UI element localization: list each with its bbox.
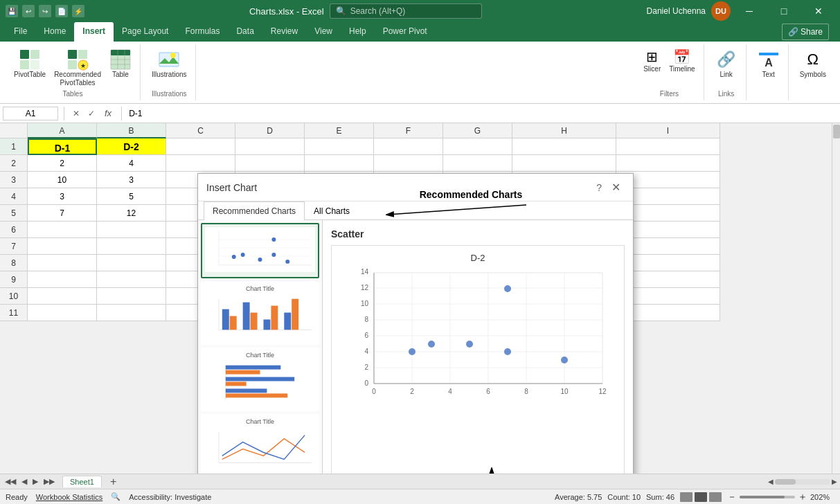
cell-b7[interactable]: [97, 238, 166, 255]
cell-a11[interactable]: [28, 305, 97, 321]
cell-a5[interactable]: 7: [28, 205, 97, 222]
col-header-a[interactable]: A: [28, 123, 97, 138]
cell-b11[interactable]: [97, 305, 166, 321]
cell-e2[interactable]: [305, 155, 374, 172]
cell-b3[interactable]: 3: [97, 172, 166, 188]
cell-c2[interactable]: [166, 155, 235, 172]
cell-d1[interactable]: [235, 138, 305, 155]
cell-b10[interactable]: [97, 288, 166, 305]
accessibility-text[interactable]: Accessibility: Investigate: [129, 493, 211, 501]
illustrations-button[interactable]: Illustrations: [149, 47, 190, 80]
page-layout-view-icon[interactable]: [695, 492, 707, 502]
cell-a8[interactable]: [28, 255, 97, 271]
tab-review[interactable]: Review: [262, 22, 306, 42]
workbook-statistics[interactable]: Workbook Statistics: [36, 493, 102, 501]
chart-list-item-scatter[interactable]: [201, 223, 319, 278]
page-break-view-icon[interactable]: [709, 492, 722, 502]
row-header-4[interactable]: 4: [0, 188, 28, 205]
close-button[interactable]: ✕: [803, 0, 834, 22]
scroll-right-icon[interactable]: ▶: [832, 478, 837, 485]
sheet-prev-icon[interactable]: ◀: [19, 477, 29, 486]
cell-c1[interactable]: [166, 138, 235, 155]
cell-a1[interactable]: D-1: [28, 138, 97, 155]
sheet-next-icon[interactable]: ▶: [30, 477, 40, 486]
cell-b4[interactable]: 5: [97, 188, 166, 205]
search-box[interactable]: 🔍: [330, 3, 482, 19]
col-header-d[interactable]: D: [235, 123, 305, 138]
cell-b5[interactable]: 12: [97, 205, 166, 222]
row-header-2[interactable]: 2: [0, 155, 28, 172]
maximize-button[interactable]: □: [768, 0, 800, 22]
cell-a10[interactable]: [28, 288, 97, 305]
cell-a4[interactable]: 3: [28, 188, 97, 205]
recommended-pivot-button[interactable]: ★ RecommendedPivotTables: [51, 47, 104, 89]
cell-b8[interactable]: [97, 255, 166, 271]
chart-list-item-line[interactable]: Chart Title: [201, 414, 319, 474]
text-button[interactable]: A Text: [755, 47, 783, 80]
row-header-1[interactable]: 1: [0, 138, 28, 155]
add-sheet-button[interactable]: +: [105, 476, 122, 488]
scrollbar-thumb-h[interactable]: [775, 479, 796, 485]
link-button[interactable]: 🔗 Link: [713, 47, 740, 80]
col-header-h[interactable]: H: [512, 123, 616, 138]
chart-list-item-bar[interactable]: Chart Title: [201, 281, 319, 345]
cell-i1[interactable]: [616, 138, 720, 155]
zoom-in-icon[interactable]: ＋: [798, 491, 807, 503]
tab-data[interactable]: Data: [228, 22, 262, 42]
tab-file[interactable]: File: [6, 22, 35, 42]
cell-a7[interactable]: [28, 238, 97, 255]
cell-g1[interactable]: [443, 138, 512, 155]
row-header-3[interactable]: 3: [0, 172, 28, 188]
cell-a9[interactable]: [28, 271, 97, 288]
cell-i2[interactable]: [616, 155, 720, 172]
pivot-table-button[interactable]: PivotTable: [11, 47, 48, 80]
slicer-button[interactable]: ⊞ Slicer: [641, 47, 663, 74]
zoom-slider[interactable]: [740, 496, 795, 498]
cell-g2[interactable]: [443, 155, 512, 172]
symbols-button[interactable]: Ω Symbols: [797, 47, 829, 80]
cell-e1[interactable]: [305, 138, 374, 155]
scrollbar-track-h[interactable]: [775, 479, 830, 485]
tab-view[interactable]: View: [306, 22, 341, 42]
row-header-10[interactable]: 10: [0, 288, 28, 305]
scrollbar-thumb-v[interactable]: [833, 125, 840, 138]
tab-help[interactable]: Help: [341, 22, 375, 42]
redo-icon[interactable]: ↪: [39, 5, 51, 17]
cell-h1[interactable]: [512, 138, 616, 155]
cell-f1[interactable]: [374, 138, 443, 155]
cell-b1[interactable]: D-2: [97, 138, 166, 155]
scroll-left-icon[interactable]: ◀: [768, 478, 774, 485]
sheet-tab-sheet1[interactable]: Sheet1: [62, 476, 102, 487]
cell-d2[interactable]: [235, 155, 305, 172]
tab-power-pivot[interactable]: Power Pivot: [375, 22, 436, 42]
col-header-c[interactable]: C: [166, 123, 235, 138]
vertical-scrollbar[interactable]: [832, 123, 840, 474]
zoom-out-icon[interactable]: －: [727, 491, 737, 503]
dialog-close-button[interactable]: ✕: [607, 179, 625, 195]
col-header-f[interactable]: F: [374, 123, 443, 138]
col-header-i[interactable]: I: [616, 123, 720, 138]
col-header-b[interactable]: B: [97, 123, 166, 138]
search-input[interactable]: [350, 6, 461, 16]
row-header-11[interactable]: 11: [0, 305, 28, 321]
cell-a6[interactable]: [28, 222, 97, 238]
tab-page-layout[interactable]: Page Layout: [114, 22, 177, 42]
col-header-e[interactable]: E: [305, 123, 374, 138]
undo-icon[interactable]: ↩: [22, 5, 35, 17]
cell-b2[interactable]: 4: [97, 155, 166, 172]
tab-recommended-charts[interactable]: Recommended Charts: [204, 201, 305, 220]
cell-f2[interactable]: [374, 155, 443, 172]
col-header-g[interactable]: G: [443, 123, 512, 138]
autosave-icon[interactable]: ⚡: [72, 5, 84, 17]
cell-a2[interactable]: 2: [28, 155, 97, 172]
tab-formulas[interactable]: Formulas: [177, 22, 228, 42]
file-icon[interactable]: 📄: [55, 5, 68, 17]
cell-a3[interactable]: 10: [28, 172, 97, 188]
save-icon[interactable]: 💾: [6, 5, 18, 17]
tab-all-charts[interactable]: All Charts: [305, 201, 359, 220]
row-header-5[interactable]: 5: [0, 205, 28, 222]
sheet-last-icon[interactable]: ▶▶: [42, 477, 57, 486]
table-button[interactable]: Table: [107, 47, 134, 80]
formula-input[interactable]: [127, 107, 837, 120]
row-header-7[interactable]: 7: [0, 238, 28, 255]
